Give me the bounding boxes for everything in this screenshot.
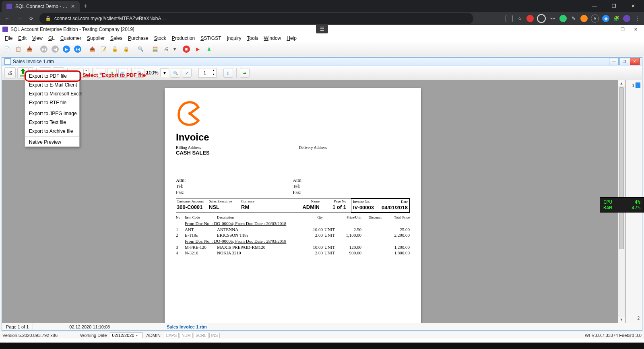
export-menu-item[interactable]: Export to RTF file: [25, 98, 79, 107]
status-file-link[interactable]: Sales Invoice 1.rtm: [163, 324, 211, 329]
window-minimize-button[interactable]: —: [585, 0, 604, 12]
app-maximize-button[interactable]: ❐: [617, 25, 629, 33]
menu-window[interactable]: Window: [262, 35, 284, 41]
ram-label: RAM: [603, 205, 612, 211]
profile-avatar[interactable]: [623, 15, 630, 22]
os-taskbar[interactable]: [0, 343, 644, 349]
pv-zoom-combo[interactable]: ▾: [160, 68, 169, 77]
ext-green-icon[interactable]: [559, 15, 567, 22]
tb-print-dropdown[interactable]: ▾: [172, 44, 177, 54]
menu-customer[interactable]: Customer: [58, 35, 84, 41]
nav-forward-button[interactable]: →: [15, 14, 23, 23]
tb-lock-icon[interactable]: 🔒: [121, 44, 131, 54]
kb-indicator-ins: INS: [209, 333, 220, 338]
export-menu-item[interactable]: Export to E-Mail Client: [25, 81, 79, 89]
window-maximize-button[interactable]: ❐: [605, 0, 623, 12]
tb-youtube-icon[interactable]: ▶: [192, 44, 203, 54]
page-marker-2[interactable]: 2: [637, 316, 640, 320]
nav-reload-button[interactable]: ⟳: [27, 14, 35, 23]
page-marker-1[interactable]: 1: [632, 83, 640, 88]
export-menu-item[interactable]: Export to Text file: [25, 118, 79, 127]
menu-gl[interactable]: GL: [46, 35, 57, 41]
pv-layout-button[interactable]: ▯: [223, 68, 233, 78]
pv-fit-width-button[interactable]: ⤢: [182, 68, 192, 78]
working-date-field[interactable]: 02/12/2020▾: [110, 332, 143, 338]
new-tab-button[interactable]: +: [80, 0, 91, 12]
tb-nav-first-icon[interactable]: ⏮: [39, 44, 49, 54]
close-tab-icon[interactable]: ✕: [71, 4, 75, 9]
export-menu-item[interactable]: Export to JPEG image: [25, 109, 79, 118]
child-maximize-button[interactable]: ❐: [619, 58, 629, 65]
nav-back-button[interactable]: ←: [3, 14, 11, 23]
tb-print-icon[interactable]: 🖨: [161, 44, 171, 54]
system-monitor-overlay: CPU4% RAM47%: [600, 197, 644, 213]
browser-tab[interactable]: SQL Connect Demo - SQL ACC ✕: [2, 1, 80, 12]
tb-calc-icon[interactable]: 🧮: [150, 44, 160, 54]
menu-supplier[interactable]: Supplier: [85, 35, 107, 41]
extension-tray: ☆ 👓 ✎ A ◆ 🧩 ⋮: [506, 14, 641, 23]
ext-orange-icon[interactable]: [580, 15, 588, 22]
chevron-down-icon[interactable]: ▾: [136, 334, 138, 337]
ext-a-icon[interactable]: A: [591, 14, 599, 23]
chrome-menu-button[interactable]: ⋮: [634, 15, 641, 22]
tb-nav-last-icon[interactable]: ⏭: [72, 44, 83, 54]
menu-view[interactable]: View: [30, 35, 45, 41]
tb-search-icon[interactable]: 🔍: [135, 44, 146, 54]
address-bar[interactable]: 🔒 connect.sql.com.my/g/#/client/MTEAZwBt…: [39, 13, 473, 24]
reader-icon[interactable]: [506, 15, 513, 22]
export-menu-item[interactable]: Native Preview: [25, 138, 79, 147]
tb-stop-icon[interactable]: ■: [181, 44, 192, 54]
ext-circle-icon[interactable]: [537, 14, 546, 23]
menu-file[interactable]: File: [2, 35, 15, 41]
tb-nav-prev-icon[interactable]: ◀: [50, 44, 60, 54]
tb-copy-icon[interactable]: 📋: [13, 44, 23, 54]
app-close-button[interactable]: ✕: [630, 25, 642, 33]
child-close-button[interactable]: ✕: [630, 58, 640, 65]
tel-label-right: Tel:: [293, 184, 410, 190]
scroll-thumb[interactable]: [619, 87, 624, 249]
working-date-label: Working Date: [80, 333, 107, 338]
app-minimize-button[interactable]: —: [604, 25, 616, 33]
ext-blue-icon[interactable]: ◆: [602, 15, 609, 22]
ext-pen-icon[interactable]: ✎: [570, 15, 577, 22]
ext-glasses-icon[interactable]: 👓: [549, 15, 556, 22]
tb-whatsapp-icon[interactable]: ♟: [204, 44, 214, 54]
report-paper: Invoice Billing Address CASH SALES Deliv…: [165, 88, 421, 323]
child-minimize-button[interactable]: —: [609, 58, 619, 65]
pv-copies-input[interactable]: [199, 70, 211, 76]
bookmark-star-icon[interactable]: ☆: [516, 15, 523, 22]
tb-nav-next-icon[interactable]: ▶: [61, 44, 72, 54]
scroll-up-icon[interactable]: ▲: [618, 80, 625, 87]
menu-sstgst[interactable]: SST/GST: [198, 35, 223, 41]
tb-notes-icon[interactable]: 📝: [98, 44, 109, 54]
scroll-down-icon[interactable]: ▼: [618, 316, 625, 323]
guacamole-menu-button[interactable]: ☰: [316, 25, 328, 33]
menu-tools[interactable]: Tools: [245, 35, 261, 41]
export-menu-item[interactable]: Export to Microsoft Excel: [25, 89, 79, 98]
menu-purchase[interactable]: Purchase: [126, 35, 151, 41]
tb-unlock-icon[interactable]: 🔓: [109, 44, 120, 54]
items-header-row: No Item Code Description Qty Price/Unit …: [176, 215, 410, 220]
export-menu-item[interactable]: Export to PDF file: [25, 72, 79, 81]
mdi-area: Sales Invoice 1.rtm — ❐ ✕ 🖨 ▾ ☷ �: [0, 56, 644, 332]
pv-copies-spinner[interactable]: ▲▼: [198, 68, 217, 78]
menu-sales[interactable]: Sales: [108, 35, 125, 41]
pv-zoom-out-button[interactable]: 🔍: [171, 68, 180, 78]
menu-production[interactable]: Production: [169, 35, 197, 41]
menu-inquiry[interactable]: Inquiry: [225, 35, 244, 41]
app-title: SQL Account Enterprise Edition - Testing…: [10, 27, 134, 32]
tab-favicon: [6, 4, 12, 9]
window-close-button[interactable]: ✕: [624, 0, 642, 12]
tb-export-icon[interactable]: 📤: [87, 44, 97, 54]
menu-edit[interactable]: Edit: [16, 35, 29, 41]
menu-help[interactable]: Help: [284, 35, 299, 41]
menu-stock[interactable]: Stock: [152, 35, 169, 41]
ext-red-icon[interactable]: [526, 15, 534, 22]
pv-print-button[interactable]: 🖨: [4, 67, 16, 78]
pv-share-button[interactable]: ➦: [240, 68, 250, 78]
tb-new-icon[interactable]: 📄: [2, 44, 12, 54]
ext-puzzle-icon[interactable]: 🧩: [613, 15, 620, 22]
tb-paste-icon[interactable]: 📥: [24, 44, 35, 54]
preview-canvas[interactable]: Invoice Billing Address CASH SALES Deliv…: [2, 80, 642, 323]
export-menu-item[interactable]: Export to Archive file: [25, 127, 79, 136]
